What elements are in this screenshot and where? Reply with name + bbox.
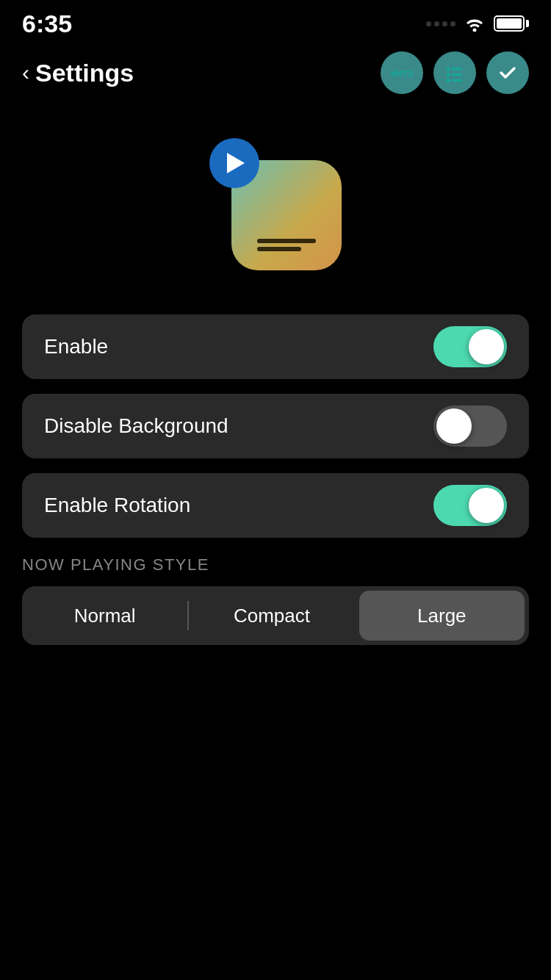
back-button[interactable]: ‹ Settings — [22, 59, 134, 87]
enable-rotation-toggle-thumb — [469, 488, 504, 523]
icon-line-3 — [257, 255, 287, 259]
icon-lines — [257, 239, 316, 259]
enable-toggle[interactable] — [433, 326, 507, 367]
enable-row: Enable — [22, 314, 529, 379]
ethn-icon: ETHN — [391, 62, 413, 84]
style-normal-label: Normal — [74, 605, 136, 627]
style-option-compact[interactable]: Compact — [189, 586, 354, 645]
play-badge — [209, 138, 259, 188]
list-button[interactable] — [433, 51, 476, 94]
icon-line-2 — [257, 247, 301, 251]
wifi-icon — [464, 15, 485, 32]
settings-section: Enable Disable Background Enable Rotatio… — [0, 314, 551, 538]
svg-point-1 — [447, 68, 450, 71]
back-arrow-icon: ‹ — [22, 60, 29, 85]
svg-point-3 — [447, 73, 450, 77]
list-icon — [444, 62, 466, 84]
disable-bg-label: Disable Background — [44, 414, 228, 438]
now-playing-section-label: NOW PLAYING STYLE — [0, 555, 551, 574]
svg-rect-2 — [452, 68, 462, 70]
style-option-large[interactable]: Large — [359, 591, 525, 641]
status-icons — [426, 15, 529, 32]
battery-icon — [494, 15, 529, 32]
svg-point-5 — [447, 79, 450, 83]
app-icon-area — [0, 109, 551, 314]
disable-bg-toggle-thumb — [436, 408, 472, 444]
style-option-normal[interactable]: Normal — [22, 586, 187, 645]
enable-toggle-thumb — [469, 329, 504, 364]
page-title: Settings — [35, 59, 134, 87]
enable-rotation-toggle[interactable] — [433, 485, 507, 526]
disable-bg-row: Disable Background — [22, 394, 529, 458]
signal-icon — [426, 21, 455, 26]
svg-rect-6 — [452, 79, 462, 82]
status-bar: 6:35 — [0, 0, 551, 44]
now-playing-style-selector: Normal Compact Large — [22, 586, 529, 645]
enable-rotation-label: Enable Rotation — [44, 494, 190, 517]
enable-label: Enable — [44, 335, 108, 359]
svg-rect-4 — [452, 73, 462, 76]
disable-bg-toggle[interactable] — [433, 406, 507, 447]
header: ‹ Settings ETHN — [0, 44, 551, 109]
svg-text:ETHN: ETHN — [391, 69, 413, 78]
check-icon — [497, 62, 519, 84]
header-actions: ETHN — [381, 51, 529, 94]
check-button[interactable] — [486, 51, 529, 94]
style-compact-label: Compact — [234, 605, 310, 627]
status-time: 6:35 — [22, 10, 72, 38]
play-icon — [227, 153, 245, 173]
style-large-label: Large — [417, 605, 467, 627]
enable-rotation-row: Enable Rotation — [22, 473, 529, 538]
app-icon — [209, 138, 342, 270]
ethn-button[interactable]: ETHN — [381, 51, 423, 94]
icon-line-1 — [257, 239, 316, 243]
